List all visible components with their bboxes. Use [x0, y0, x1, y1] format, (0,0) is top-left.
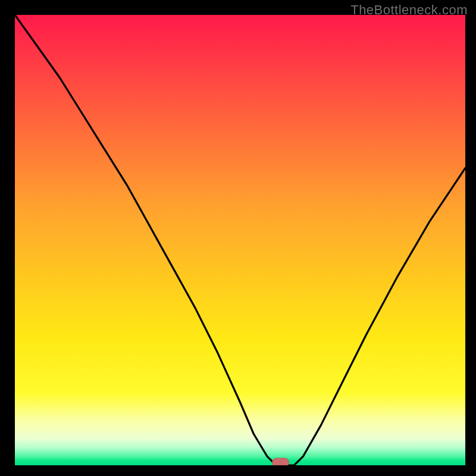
- curve-layer: [15, 15, 465, 465]
- chart-frame: TheBottleneck.com: [0, 0, 476, 476]
- watermark-text: TheBottleneck.com: [350, 2, 468, 18]
- optimal-marker: [273, 458, 289, 465]
- bottleneck-curve: [15, 15, 465, 465]
- plot-area: [15, 15, 465, 465]
